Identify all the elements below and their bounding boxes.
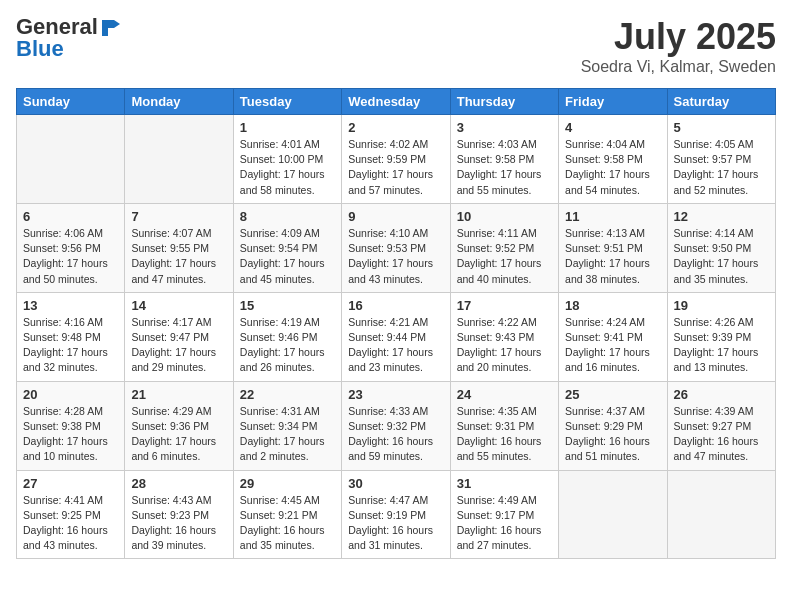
calendar-day-cell: 22Sunrise: 4:31 AM Sunset: 9:34 PM Dayli… <box>233 381 341 470</box>
calendar-day-cell: 8Sunrise: 4:09 AM Sunset: 9:54 PM Daylig… <box>233 203 341 292</box>
calendar-day-cell: 5Sunrise: 4:05 AM Sunset: 9:57 PM Daylig… <box>667 115 775 204</box>
day-info: Sunrise: 4:14 AM Sunset: 9:50 PM Dayligh… <box>674 226 769 287</box>
day-number: 17 <box>457 298 552 313</box>
day-info: Sunrise: 4:16 AM Sunset: 9:48 PM Dayligh… <box>23 315 118 376</box>
calendar-day-cell: 14Sunrise: 4:17 AM Sunset: 9:47 PM Dayli… <box>125 292 233 381</box>
calendar-day-cell: 17Sunrise: 4:22 AM Sunset: 9:43 PM Dayli… <box>450 292 558 381</box>
day-number: 3 <box>457 120 552 135</box>
calendar-day-cell: 30Sunrise: 4:47 AM Sunset: 9:19 PM Dayli… <box>342 470 450 559</box>
day-number: 7 <box>131 209 226 224</box>
day-number: 13 <box>23 298 118 313</box>
calendar-day-cell: 31Sunrise: 4:49 AM Sunset: 9:17 PM Dayli… <box>450 470 558 559</box>
day-number: 23 <box>348 387 443 402</box>
day-header-saturday: Saturday <box>667 89 775 115</box>
calendar-day-cell: 13Sunrise: 4:16 AM Sunset: 9:48 PM Dayli… <box>17 292 125 381</box>
calendar-day-cell: 26Sunrise: 4:39 AM Sunset: 9:27 PM Dayli… <box>667 381 775 470</box>
day-info: Sunrise: 4:19 AM Sunset: 9:46 PM Dayligh… <box>240 315 335 376</box>
day-number: 28 <box>131 476 226 491</box>
calendar-day-cell: 18Sunrise: 4:24 AM Sunset: 9:41 PM Dayli… <box>559 292 667 381</box>
logo: General Blue <box>16 16 120 60</box>
day-number: 1 <box>240 120 335 135</box>
day-number: 21 <box>131 387 226 402</box>
day-number: 31 <box>457 476 552 491</box>
day-info: Sunrise: 4:37 AM Sunset: 9:29 PM Dayligh… <box>565 404 660 465</box>
calendar-day-cell: 19Sunrise: 4:26 AM Sunset: 9:39 PM Dayli… <box>667 292 775 381</box>
day-number: 12 <box>674 209 769 224</box>
day-number: 24 <box>457 387 552 402</box>
calendar-day-cell: 3Sunrise: 4:03 AM Sunset: 9:58 PM Daylig… <box>450 115 558 204</box>
day-number: 30 <box>348 476 443 491</box>
day-number: 26 <box>674 387 769 402</box>
calendar-header-row: SundayMondayTuesdayWednesdayThursdayFrid… <box>17 89 776 115</box>
day-info: Sunrise: 4:10 AM Sunset: 9:53 PM Dayligh… <box>348 226 443 287</box>
day-info: Sunrise: 4:22 AM Sunset: 9:43 PM Dayligh… <box>457 315 552 376</box>
day-info: Sunrise: 4:29 AM Sunset: 9:36 PM Dayligh… <box>131 404 226 465</box>
day-info: Sunrise: 4:21 AM Sunset: 9:44 PM Dayligh… <box>348 315 443 376</box>
month-title: July 2025 <box>581 16 776 58</box>
calendar-week-row: 13Sunrise: 4:16 AM Sunset: 9:48 PM Dayli… <box>17 292 776 381</box>
day-header-monday: Monday <box>125 89 233 115</box>
calendar-day-cell: 10Sunrise: 4:11 AM Sunset: 9:52 PM Dayli… <box>450 203 558 292</box>
day-number: 2 <box>348 120 443 135</box>
day-number: 11 <box>565 209 660 224</box>
calendar-day-cell <box>559 470 667 559</box>
calendar-day-cell: 23Sunrise: 4:33 AM Sunset: 9:32 PM Dayli… <box>342 381 450 470</box>
day-info: Sunrise: 4:47 AM Sunset: 9:19 PM Dayligh… <box>348 493 443 554</box>
logo-flag-icon <box>100 18 120 38</box>
day-number: 22 <box>240 387 335 402</box>
day-number: 8 <box>240 209 335 224</box>
calendar-day-cell: 9Sunrise: 4:10 AM Sunset: 9:53 PM Daylig… <box>342 203 450 292</box>
calendar-day-cell: 2Sunrise: 4:02 AM Sunset: 9:59 PM Daylig… <box>342 115 450 204</box>
day-number: 4 <box>565 120 660 135</box>
day-number: 16 <box>348 298 443 313</box>
calendar-day-cell: 27Sunrise: 4:41 AM Sunset: 9:25 PM Dayli… <box>17 470 125 559</box>
page-header: General Blue July 2025 Soedra Vi, Kalmar… <box>16 16 776 76</box>
calendar-table: SundayMondayTuesdayWednesdayThursdayFrid… <box>16 88 776 559</box>
day-info: Sunrise: 4:35 AM Sunset: 9:31 PM Dayligh… <box>457 404 552 465</box>
calendar-week-row: 20Sunrise: 4:28 AM Sunset: 9:38 PM Dayli… <box>17 381 776 470</box>
logo-combined: General <box>16 16 120 38</box>
calendar-week-row: 27Sunrise: 4:41 AM Sunset: 9:25 PM Dayli… <box>17 470 776 559</box>
day-info: Sunrise: 4:04 AM Sunset: 9:58 PM Dayligh… <box>565 137 660 198</box>
calendar-day-cell: 15Sunrise: 4:19 AM Sunset: 9:46 PM Dayli… <box>233 292 341 381</box>
day-info: Sunrise: 4:45 AM Sunset: 9:21 PM Dayligh… <box>240 493 335 554</box>
day-info: Sunrise: 4:17 AM Sunset: 9:47 PM Dayligh… <box>131 315 226 376</box>
day-info: Sunrise: 4:01 AM Sunset: 10:00 PM Daylig… <box>240 137 335 198</box>
svg-marker-0 <box>102 20 114 36</box>
day-number: 14 <box>131 298 226 313</box>
day-header-wednesday: Wednesday <box>342 89 450 115</box>
calendar-day-cell <box>667 470 775 559</box>
calendar-day-cell: 29Sunrise: 4:45 AM Sunset: 9:21 PM Dayli… <box>233 470 341 559</box>
calendar-day-cell: 24Sunrise: 4:35 AM Sunset: 9:31 PM Dayli… <box>450 381 558 470</box>
day-info: Sunrise: 4:13 AM Sunset: 9:51 PM Dayligh… <box>565 226 660 287</box>
day-info: Sunrise: 4:07 AM Sunset: 9:55 PM Dayligh… <box>131 226 226 287</box>
day-number: 5 <box>674 120 769 135</box>
calendar-day-cell: 1Sunrise: 4:01 AM Sunset: 10:00 PM Dayli… <box>233 115 341 204</box>
day-header-sunday: Sunday <box>17 89 125 115</box>
day-info: Sunrise: 4:02 AM Sunset: 9:59 PM Dayligh… <box>348 137 443 198</box>
calendar-day-cell: 4Sunrise: 4:04 AM Sunset: 9:58 PM Daylig… <box>559 115 667 204</box>
day-number: 15 <box>240 298 335 313</box>
day-info: Sunrise: 4:33 AM Sunset: 9:32 PM Dayligh… <box>348 404 443 465</box>
calendar-day-cell <box>125 115 233 204</box>
day-info: Sunrise: 4:43 AM Sunset: 9:23 PM Dayligh… <box>131 493 226 554</box>
day-info: Sunrise: 4:41 AM Sunset: 9:25 PM Dayligh… <box>23 493 118 554</box>
calendar-day-cell: 7Sunrise: 4:07 AM Sunset: 9:55 PM Daylig… <box>125 203 233 292</box>
day-info: Sunrise: 4:05 AM Sunset: 9:57 PM Dayligh… <box>674 137 769 198</box>
day-info: Sunrise: 4:49 AM Sunset: 9:17 PM Dayligh… <box>457 493 552 554</box>
day-number: 19 <box>674 298 769 313</box>
svg-marker-1 <box>114 20 120 28</box>
calendar-week-row: 6Sunrise: 4:06 AM Sunset: 9:56 PM Daylig… <box>17 203 776 292</box>
calendar-day-cell: 16Sunrise: 4:21 AM Sunset: 9:44 PM Dayli… <box>342 292 450 381</box>
calendar-day-cell: 28Sunrise: 4:43 AM Sunset: 9:23 PM Dayli… <box>125 470 233 559</box>
day-info: Sunrise: 4:09 AM Sunset: 9:54 PM Dayligh… <box>240 226 335 287</box>
calendar-day-cell <box>17 115 125 204</box>
day-info: Sunrise: 4:31 AM Sunset: 9:34 PM Dayligh… <box>240 404 335 465</box>
calendar-day-cell: 12Sunrise: 4:14 AM Sunset: 9:50 PM Dayli… <box>667 203 775 292</box>
calendar-day-cell: 6Sunrise: 4:06 AM Sunset: 9:56 PM Daylig… <box>17 203 125 292</box>
day-number: 9 <box>348 209 443 224</box>
day-info: Sunrise: 4:26 AM Sunset: 9:39 PM Dayligh… <box>674 315 769 376</box>
day-number: 10 <box>457 209 552 224</box>
day-header-thursday: Thursday <box>450 89 558 115</box>
day-info: Sunrise: 4:06 AM Sunset: 9:56 PM Dayligh… <box>23 226 118 287</box>
